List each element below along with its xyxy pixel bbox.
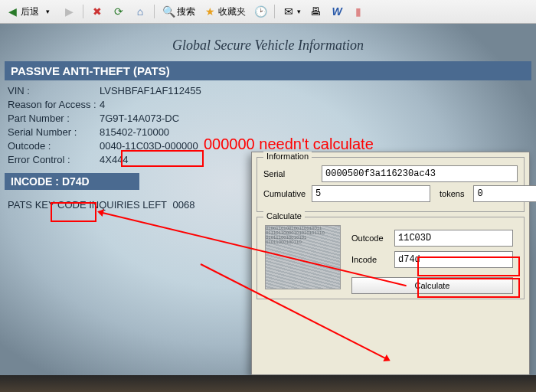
fieldset-title: Information (263, 152, 312, 161)
favorites-label: 收藏夹 (218, 5, 246, 18)
field-label: Serial Number : (8, 126, 100, 138)
search-button[interactable]: 🔍 搜索 (159, 4, 198, 19)
page-title: Global Secure Vehicle Information (0, 38, 536, 54)
serial-input[interactable] (322, 165, 518, 182)
data-row: Reason for Access :4 (8, 99, 528, 110)
field-label: Reason for Access : (8, 99, 100, 110)
field-label: Part Number : (8, 113, 100, 124)
incode-bar: INCODE : D74D (5, 173, 139, 190)
search-label: 搜索 (177, 5, 195, 18)
browser-toolbar: ◀ 后退 ▾ ▶ ✖ ⟳ ⌂ 🔍 搜索 ★ 收藏夹 🕑 ✉▾ 🖶 W ▮ (0, 0, 536, 24)
desk-edge (0, 375, 536, 392)
stop-icon: ✖ (90, 5, 104, 18)
section-header: PASSIVE ANTI-THEFT (PATS) (5, 61, 531, 80)
serial-label: Serial (263, 169, 315, 178)
star-icon: ★ (203, 5, 217, 18)
incode-calc-label: Incode (351, 255, 394, 264)
back-label: 后退 (21, 5, 39, 18)
history-button[interactable]: 🕑 (251, 4, 270, 19)
tokens-label: tokens (440, 189, 464, 198)
stop-button[interactable]: ✖ (88, 4, 106, 19)
calculate-fieldset: Calculate 010011010010011001001101110110… (257, 217, 525, 299)
field-value: 815402-710000 (100, 126, 528, 138)
data-row: Serial Number :815402-710000 (8, 126, 528, 138)
home-icon: ⌂ (133, 5, 147, 18)
information-fieldset: Information Serial Cumulative tokens (257, 157, 525, 212)
hologram-image: 0100110100100110010011011101100001010101… (265, 225, 341, 289)
favorites-button[interactable]: ★ 收藏夹 (201, 4, 248, 19)
search-icon: 🔍 (162, 5, 175, 18)
inquiries-value: 0068 (172, 199, 194, 211)
print-icon: 🖶 (309, 5, 322, 18)
incode-value: D74D (62, 175, 90, 188)
back-icon: ◀ (5, 5, 19, 18)
incode-label: INCODE : (11, 175, 59, 188)
word-button[interactable]: W (328, 4, 346, 19)
outcode-label: Outcode (351, 234, 394, 243)
word-icon: W (330, 5, 344, 18)
outcode-input[interactable] (394, 230, 513, 247)
cumulative-label: Cumulative (263, 189, 306, 198)
calculator-dialog: Information Serial Cumulative tokens Cal… (251, 152, 530, 375)
refresh-icon: ⟳ (112, 5, 126, 18)
chevron-down-icon: ▾ (41, 5, 54, 18)
fieldset-title: Calculate (263, 211, 305, 220)
mail-icon: ✉ (282, 5, 296, 18)
field-label: Outcode : (8, 140, 100, 152)
data-row: VIN :LVSHBFAF1AF112455 (8, 85, 528, 96)
forward-button[interactable]: ▶ (60, 4, 78, 19)
home-button[interactable]: ⌂ (131, 4, 149, 19)
incode-input[interactable] (394, 251, 513, 268)
forward-icon: ▶ (62, 5, 76, 18)
field-value: 4 (100, 99, 528, 110)
addon-icon: ▮ (351, 5, 365, 18)
inquiries-label: PATS KEY CODE INQUIRIES LEFT (8, 199, 167, 211)
data-row: Part Number :7G9T-14A073-DC (8, 113, 528, 124)
field-label: Error Control : (8, 154, 100, 165)
calculate-button[interactable]: Calculate (351, 277, 513, 294)
print-button[interactable]: 🖶 (306, 4, 325, 19)
tokens-input[interactable] (473, 185, 536, 202)
field-value: 7G9T-14A073-DC (100, 113, 528, 124)
mail-button[interactable]: ✉▾ (279, 4, 303, 19)
field-value: LVSHBFAF1AF112455 (100, 85, 528, 96)
field-value: 0040-11C03D-000000 (100, 140, 528, 152)
history-icon: 🕑 (253, 5, 267, 18)
refresh-button[interactable]: ⟳ (109, 4, 128, 19)
field-label: VIN : (8, 85, 100, 96)
cumulative-input[interactable] (312, 185, 430, 202)
data-row: Outcode :0040-11C03D-000000 (8, 140, 528, 152)
addon-button[interactable]: ▮ (349, 4, 368, 19)
back-button[interactable]: ◀ 后退 ▾ (3, 4, 57, 19)
